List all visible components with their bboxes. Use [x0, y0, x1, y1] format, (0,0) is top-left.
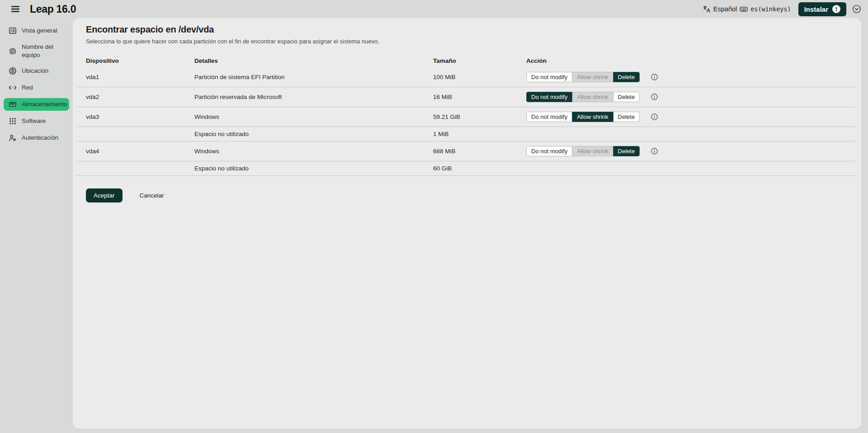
- size-cell: 60 GiB: [433, 165, 526, 172]
- table-header: Dispositivo Detalles Tamaño Acción: [77, 54, 856, 67]
- action-delete-button[interactable]: Delete: [613, 72, 640, 82]
- details-cell: Partición de sistema EFI Partition: [194, 74, 433, 80]
- action-do-not-modify-button[interactable]: Do not modify: [526, 146, 572, 156]
- chevron-down-circle-icon: [852, 4, 862, 14]
- cancel-button[interactable]: Cancelar: [140, 192, 164, 199]
- network-icon: [8, 83, 17, 92]
- page-title: Encontrar espacio en /dev/vda: [86, 24, 856, 35]
- keyboard-layout-label: es(winkeys): [750, 5, 791, 13]
- action-cell: Do not modify Allow shrink Delete: [526, 72, 856, 82]
- app-title: Leap 16.0: [30, 3, 76, 15]
- info-icon[interactable]: [651, 93, 658, 101]
- table-row: vda2 Partición reservada de Microsoft 16…: [77, 87, 856, 107]
- keyboard-icon: [739, 5, 748, 14]
- size-cell: 1 MiB: [433, 131, 526, 137]
- details-cell: Espacio no utilizado: [194, 165, 433, 172]
- sidebar-item-label: Software: [22, 117, 46, 125]
- sidebar-item-label: Red: [22, 84, 33, 92]
- action-cell: Do not modify Allow shrink Delete: [526, 146, 856, 156]
- action-allow-shrink-button: Allow shrink: [572, 72, 613, 82]
- action-allow-shrink-button: Allow shrink: [572, 146, 613, 156]
- sidebar-item-label: Ubicación: [22, 67, 48, 75]
- accept-button[interactable]: Aceptar: [86, 188, 123, 202]
- authentication-icon: [8, 133, 17, 142]
- menu-button[interactable]: [8, 2, 23, 16]
- sidebar-item-nombre-del-equipo[interactable]: Nombre del equipo: [4, 41, 69, 61]
- overview-icon: [8, 26, 17, 35]
- location-icon: [8, 66, 17, 75]
- header-tamano: Tamaño: [433, 57, 526, 64]
- sidebar-item-label: Almacenamiento: [22, 100, 67, 108]
- install-button[interactable]: Instalar !: [798, 2, 846, 16]
- sidebar-item-autenticacion[interactable]: Autenticación: [4, 132, 69, 144]
- sidebar-item-label: Vista general: [22, 27, 57, 35]
- action-toggle-group: Do not modify Allow shrink Delete: [526, 146, 640, 156]
- action-delete-button[interactable]: Delete: [613, 92, 640, 102]
- footer-actions: Aceptar Cancelar: [86, 188, 856, 202]
- details-cell: Windows: [194, 113, 433, 120]
- options-menu-button[interactable]: [852, 4, 862, 14]
- locale-status: Español es(winkeys): [703, 5, 791, 14]
- details-cell: Espacio no utilizado: [194, 131, 433, 137]
- action-do-not-modify-button[interactable]: Do not modify: [526, 92, 572, 102]
- header-detalles: Detalles: [194, 57, 433, 64]
- action-toggle-group: Do not modify Allow shrink Delete: [526, 92, 640, 102]
- sidebar-item-software[interactable]: Software: [4, 115, 69, 127]
- size-cell: 59.21 GiB: [433, 113, 526, 120]
- info-icon[interactable]: [651, 73, 658, 81]
- content-panel: Encontrar espacio en /dev/vda Selecciona…: [73, 18, 861, 428]
- storage-icon: [8, 100, 17, 109]
- details-cell: Windows: [194, 148, 433, 155]
- size-cell: 100 MiB: [433, 74, 526, 80]
- sidebar-item-red[interactable]: Red: [4, 81, 69, 94]
- device-cell: vda4: [86, 148, 194, 155]
- software-icon: [8, 117, 17, 126]
- action-toggle-group: Do not modify Allow shrink Delete: [526, 72, 640, 82]
- table-row: Espacio no utilizado 60 GiB: [77, 161, 856, 176]
- action-cell: Do not modify Allow shrink Delete: [526, 92, 856, 102]
- device-cell: vda2: [86, 94, 194, 100]
- menu-icon: [10, 4, 21, 14]
- table-row: vda1 Partición de sistema EFI Partition …: [77, 67, 856, 87]
- language-label: Español: [713, 5, 737, 13]
- size-cell: 688 MiB: [433, 148, 526, 155]
- action-cell: Do not modify Allow shrink Delete: [526, 112, 856, 122]
- details-cell: Partición reservada de Microsoft: [194, 94, 433, 100]
- translate-icon: [703, 5, 711, 14]
- topbar: Leap 16.0 Español es(winkeys) Instalar !: [0, 0, 868, 18]
- install-issues-badge: !: [832, 5, 840, 13]
- table-row: Espacio no utilizado 1 MiB: [77, 127, 856, 141]
- table-row: vda3 Windows 59.21 GiB Do not modify All…: [77, 107, 856, 127]
- partitions-table: Dispositivo Detalles Tamaño Acción vda1 …: [77, 54, 856, 176]
- action-delete-button[interactable]: Delete: [613, 112, 640, 122]
- install-button-label: Instalar: [804, 5, 828, 13]
- action-do-not-modify-button[interactable]: Do not modify: [526, 72, 572, 82]
- sidebar-item-almacenamiento[interactable]: Almacenamiento: [4, 98, 69, 111]
- sidebar-item-ubicacion[interactable]: Ubicación: [4, 65, 69, 77]
- action-allow-shrink-button: Allow shrink: [572, 92, 613, 102]
- device-cell: vda1: [86, 74, 194, 80]
- action-do-not-modify-button[interactable]: Do not modify: [526, 112, 572, 122]
- action-toggle-group: Do not modify Allow shrink Delete: [526, 112, 640, 122]
- sidebar-item-vista-general[interactable]: Vista general: [4, 24, 69, 37]
- action-delete-button[interactable]: Delete: [613, 146, 640, 156]
- header-dispositivo: Dispositivo: [86, 57, 194, 64]
- sidebar-item-label: Nombre del equipo: [22, 43, 66, 59]
- action-allow-shrink-button[interactable]: Allow shrink: [572, 112, 613, 122]
- device-cell: vda3: [86, 113, 194, 120]
- size-cell: 16 MiB: [433, 94, 526, 100]
- hostname-icon: [8, 47, 17, 56]
- table-row: vda4 Windows 688 MiB Do not modify Allow…: [77, 141, 856, 161]
- page-subtitle: Selecciona lo que quiere hacer con cada …: [86, 38, 856, 45]
- header-accion: Acción: [526, 57, 856, 64]
- info-icon[interactable]: [651, 147, 658, 155]
- info-icon[interactable]: [651, 113, 658, 121]
- sidebar: Vista general Nombre del equipo Ubicació…: [0, 18, 73, 433]
- sidebar-item-label: Autenticación: [22, 134, 58, 142]
- topbar-right: Español es(winkeys) Instalar !: [703, 2, 862, 16]
